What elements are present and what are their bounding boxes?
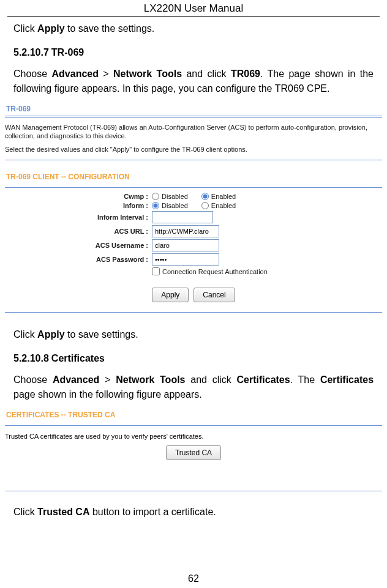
row-conn-req-auth: Connection Request Authentication: [152, 267, 382, 275]
t: button to import a certificate.: [89, 507, 216, 517]
t: >: [99, 69, 113, 79]
cert-panel-title: CERTIFICATES -- TRUSTED CA: [6, 411, 382, 419]
t: Network Tools: [113, 69, 182, 79]
divider: [5, 312, 382, 313]
t: and click: [182, 69, 231, 79]
section-title: Certificates: [51, 353, 105, 363]
t: Apply: [37, 23, 64, 34]
label-acs-url: ACS URL :: [5, 228, 152, 235]
label-cwmp: Cwmp :: [5, 193, 152, 200]
section2-body: Choose Advanced > Network Tools and clic…: [13, 373, 374, 402]
cancel-button[interactable]: Cancel: [194, 288, 235, 302]
t: Certificates: [320, 374, 374, 385]
page-title: LX220N User Manual: [0, 0, 387, 15]
inform-disabled-radio[interactable]: [152, 202, 159, 209]
label-interval: Inform Interval :: [5, 214, 152, 221]
divider: [5, 187, 382, 188]
section1-body: Choose Advanced > Network Tools and clic…: [13, 67, 374, 96]
t: to save settings.: [65, 329, 138, 340]
tr069-sub-title: TR-069 CLIENT -- CONFIGURATION: [6, 173, 382, 181]
t: TR069: [231, 69, 260, 79]
interval-input[interactable]: [152, 211, 213, 223]
t: Choose: [13, 69, 52, 79]
cert-desc: Trusted CA certificates are used by you …: [5, 432, 382, 441]
t: Advanced: [52, 69, 99, 79]
row-inform: Inform : Disabled Enabled: [5, 202, 382, 209]
row-acs-user: ACS Username :: [5, 239, 382, 251]
t: and click: [186, 374, 237, 385]
divider: [5, 491, 382, 491]
t: Certificates: [237, 374, 290, 385]
section-number: 5.2.10.7: [13, 47, 49, 58]
cert-button-row: Trusted CA: [5, 445, 382, 460]
t: page shown in the following figure appea…: [13, 389, 202, 400]
tr069-button-row: Apply Cancel: [5, 288, 382, 302]
row-acs-pass: ACS Password :: [5, 253, 382, 266]
section-number: 5.2.10.8: [13, 353, 49, 363]
opt-enabled: Enabled: [211, 193, 236, 200]
opt-disabled: Disabled: [162, 193, 188, 200]
t: Click: [13, 23, 37, 34]
acs-user-input[interactable]: [152, 239, 219, 251]
tr069-config-form: Cwmp : Disabled Enabled Inform : Disable…: [5, 193, 382, 306]
t: . The: [290, 374, 320, 385]
intro-line-1: Click Apply to save the settings.: [13, 21, 374, 36]
row-interval: Inform Interval :: [5, 211, 382, 223]
t: Trusted CA: [37, 507, 89, 517]
cwmp-enabled-radio[interactable]: [201, 193, 209, 200]
acs-url-input[interactable]: [152, 225, 219, 237]
t: Click: [13, 507, 37, 517]
tr069-desc1: WAN Management Protocol (TR-069) allows …: [5, 123, 382, 140]
conn-req-auth-label: Connection Request Authentication: [162, 268, 268, 275]
divider: [5, 160, 382, 160]
section-heading-cert: 5.2.10.8Certificates: [13, 353, 374, 364]
t: Network Tools: [116, 374, 185, 385]
row-acs-url: ACS URL :: [5, 225, 382, 237]
cwmp-disabled-radio[interactable]: [152, 193, 159, 200]
tr069-panel-title: TR-069: [6, 105, 382, 113]
tr069-panel: TR-069 WAN Management Protocol (TR-069) …: [5, 105, 382, 313]
label-inform: Inform :: [5, 202, 152, 209]
t: Advanced: [53, 374, 99, 385]
opt-disabled: Disabled: [162, 202, 188, 209]
label-acs-pass: ACS Password :: [5, 256, 152, 263]
conn-req-auth-checkbox[interactable]: [152, 267, 160, 275]
trusted-ca-button[interactable]: Trusted CA: [166, 445, 221, 460]
t: Click: [13, 329, 37, 340]
certificates-panel: CERTIFICATES -- TRUSTED CA Trusted CA ce…: [5, 411, 382, 491]
page-number: 62: [0, 573, 387, 584]
section-title: TR-069: [51, 47, 84, 58]
t: Apply: [37, 329, 64, 340]
opt-enabled: Enabled: [211, 202, 236, 209]
section-heading-tr069: 5.2.10.7TR-069: [13, 47, 374, 58]
inform-enabled-radio[interactable]: [201, 202, 209, 209]
t: >: [99, 374, 116, 385]
t: Choose: [13, 374, 53, 385]
apply-button[interactable]: Apply: [152, 288, 189, 302]
t: to save the settings.: [65, 23, 155, 34]
divider: [5, 425, 382, 426]
divider: [5, 116, 382, 118]
closing-line: Click Trusted CA button to import a cert…: [13, 505, 374, 519]
row-cwmp: Cwmp : Disabled Enabled: [5, 193, 382, 200]
tr069-desc2: Select the desired values and click "App…: [5, 145, 382, 154]
label-acs-user: ACS Username :: [5, 242, 152, 249]
acs-pass-input[interactable]: [152, 253, 219, 266]
mid-line: Click Apply to save settings.: [13, 327, 374, 342]
